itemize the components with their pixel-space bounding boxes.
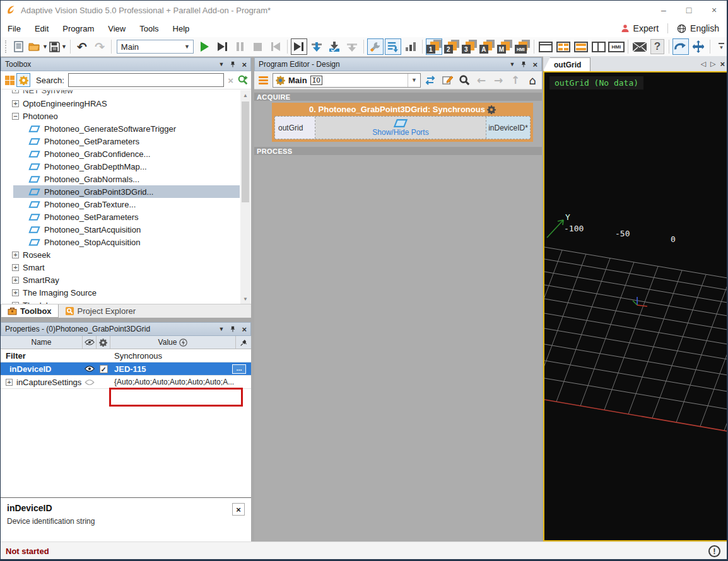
toolbar-grip[interactable]: [5, 40, 8, 53]
description-close-button[interactable]: ×: [232, 503, 245, 516]
nav-back-button[interactable]: ←: [474, 72, 489, 88]
run-button[interactable]: [197, 38, 213, 55]
pin-icon[interactable]: [230, 325, 236, 333]
step-back-button[interactable]: [267, 38, 284, 55]
show-hide-ports-link[interactable]: Show/Hide Ports: [372, 128, 428, 137]
edit-macrofilter-button[interactable]: [440, 72, 455, 88]
close-preview-icon[interactable]: ×: [720, 59, 725, 69]
toolbox-menu-caret[interactable]: ▼: [218, 61, 224, 67]
tab-outgrid[interactable]: outGrid: [543, 57, 590, 71]
properties-menu-caret[interactable]: ▼: [218, 326, 224, 332]
run-until-button[interactable]: [214, 38, 231, 55]
redo-button[interactable]: ↷: [91, 38, 108, 55]
menu-file[interactable]: File: [1, 21, 28, 36]
in-port[interactable]: inDeviceID*: [486, 117, 530, 139]
pin-icon[interactable]: [520, 61, 527, 68]
visibility-column-header[interactable]: [83, 336, 97, 349]
maximize-button[interactable]: □: [676, 1, 702, 20]
toolbox-tree-item[interactable]: Photoneo_GrabNormals...: [1, 173, 251, 185]
menu-edit[interactable]: Edit: [28, 21, 56, 36]
iterate-current-button[interactable]: [291, 38, 307, 55]
save-dropdown-caret[interactable]: ▼: [61, 43, 67, 50]
nav-up-button[interactable]: ↑: [508, 72, 523, 88]
connect-column-header[interactable]: [236, 336, 251, 349]
navigator-dropdown-caret[interactable]: ▼: [408, 74, 420, 87]
editor-menu-caret[interactable]: ▼: [509, 61, 515, 67]
pan-view-button[interactable]: [690, 38, 707, 55]
language-selector[interactable]: English: [690, 23, 719, 33]
pin-icon[interactable]: [230, 61, 236, 68]
macrofilter-navigator[interactable]: Main IO ▼: [273, 73, 421, 88]
value-column-header[interactable]: Value: [110, 336, 236, 349]
clear-search-icon[interactable]: ×: [228, 75, 233, 86]
step-out-button[interactable]: [344, 38, 360, 55]
search-input[interactable]: [68, 73, 224, 87]
switch-view-button[interactable]: [423, 72, 438, 88]
toolbar-overflow-button[interactable]: ▼: [719, 43, 724, 50]
save-program-button[interactable]: ▼: [49, 38, 67, 55]
expert-mode-label[interactable]: Expert: [633, 23, 659, 33]
editor-close-icon[interactable]: ×: [532, 60, 537, 69]
settings-wrench-button[interactable]: [367, 38, 384, 55]
prev-tab-icon[interactable]: ◁: [700, 60, 705, 68]
point3d-grid-canvas[interactable]: [544, 72, 727, 540]
toolbox-tree-item[interactable]: +The Imaging Source: [1, 286, 251, 299]
go-home-button[interactable]: ⌂: [525, 72, 540, 88]
layout-grid-button[interactable]: [555, 38, 572, 55]
point3d-viewport[interactable]: outGrid (No data) Y -100 -50 0: [543, 71, 728, 541]
tab-project-explorer[interactable]: Project Explorer: [59, 304, 142, 318]
tree-scrollbar[interactable]: ▲ ▼: [240, 90, 250, 304]
toolbox-tree-item[interactable]: Photoneo_GrabTexture...: [1, 198, 251, 211]
view-a-button[interactable]: A: [479, 38, 495, 55]
toolbox-tree-item[interactable]: +Smart: [1, 261, 251, 274]
toolbox-tree-item[interactable]: Photoneo_StartAcquisition: [1, 223, 251, 236]
filter-block[interactable]: 0. Photoneo_GrabPoint3DGrid: Synchronous…: [272, 103, 533, 142]
sections-menu-icon[interactable]: [256, 74, 271, 87]
toolbox-tree-item[interactable]: −Photoneo: [1, 110, 251, 122]
layout-columns-button[interactable]: [590, 38, 607, 55]
open-dropdown-caret[interactable]: ▼: [42, 43, 48, 50]
close-button[interactable]: ×: [702, 1, 727, 20]
property-row-indeviceid[interactable]: inDeviceID ✓ JED-115...: [1, 362, 251, 376]
find-button[interactable]: [457, 72, 472, 88]
autorun-button[interactable]: [385, 38, 401, 55]
help-button[interactable]: ?: [649, 38, 666, 55]
view-1-button[interactable]: 1: [426, 38, 442, 55]
toolbox-tree-item[interactable]: Photoneo_GetParameters: [1, 135, 251, 147]
block-settings-gear-icon[interactable]: [487, 105, 496, 114]
scroll-down-icon[interactable]: ▼: [240, 294, 250, 304]
fit-view-button[interactable]: [672, 38, 689, 55]
view-2-button[interactable]: 2: [443, 38, 460, 55]
feedback-envelope-button[interactable]: [631, 38, 648, 55]
toolbox-tree-item[interactable]: +SmartRay: [1, 274, 251, 286]
out-port[interactable]: outGrid: [275, 117, 315, 139]
visible-eye-icon[interactable]: [85, 366, 95, 372]
notifications-icon[interactable]: !: [708, 545, 720, 557]
open-program-button[interactable]: ▼: [28, 38, 48, 55]
edit-value-button[interactable]: ...: [232, 364, 246, 374]
combo-dropdown-caret[interactable]: ▼: [181, 43, 193, 50]
new-program-button[interactable]: [11, 38, 27, 55]
next-tab-icon[interactable]: ▷: [710, 60, 715, 68]
statistics-button[interactable]: [402, 38, 419, 55]
enabled-checkbox[interactable]: ✓: [100, 365, 108, 373]
categories-icon[interactable]: [5, 76, 15, 85]
view-hmi-button[interactable]: HMI: [514, 38, 531, 55]
toolbox-tree-item[interactable]: Photoneo_GenerateSoftwareTrigger: [1, 122, 251, 135]
property-row-filter[interactable]: Filter Synchronous: [1, 349, 251, 362]
menu-help[interactable]: Help: [166, 21, 197, 36]
expand-icon[interactable]: +: [6, 379, 13, 386]
view-3-button[interactable]: 3: [461, 38, 478, 55]
macrofilter-combo[interactable]: Main▼: [117, 40, 194, 54]
filter-gear-icon[interactable]: [16, 73, 30, 87]
toolbox-tree-item[interactable]: +OptoEngineeringHRAS: [1, 97, 251, 110]
toolbox-tree-item[interactable]: Photoneo_GrabConfidence...: [1, 147, 251, 160]
hidden-eye-icon[interactable]: [85, 379, 95, 385]
scroll-up-icon[interactable]: ▲: [240, 90, 250, 100]
stop-button[interactable]: [250, 38, 266, 55]
view-m-button[interactable]: M: [496, 38, 513, 55]
menu-tools[interactable]: Tools: [132, 21, 165, 36]
search-plus-icon[interactable]: [237, 74, 249, 86]
minimize-button[interactable]: –: [651, 1, 676, 20]
toolbox-tree-item[interactable]: Photoneo_StopAcquisition: [1, 236, 251, 248]
